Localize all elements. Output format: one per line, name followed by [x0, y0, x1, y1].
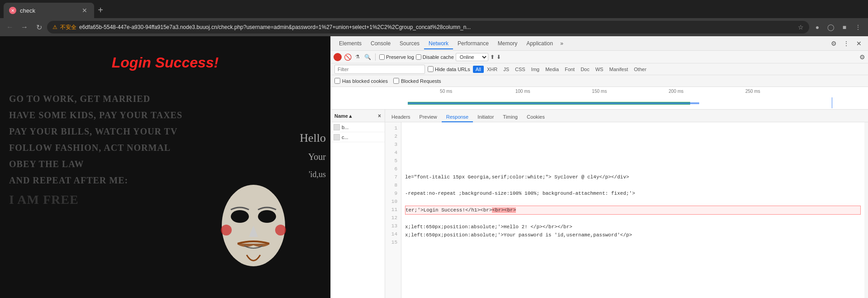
- filter-button[interactable]: ⚗: [353, 53, 362, 61]
- tab-memory[interactable]: Memory: [493, 38, 522, 49]
- extensions-icon[interactable]: ●: [811, 21, 824, 34]
- extensions2-icon[interactable]: ■: [838, 21, 851, 34]
- insecure-label: 不安全: [60, 24, 76, 31]
- filter-css[interactable]: CSS: [512, 66, 528, 73]
- devtools-panel: Elements Console Sources Network Perform…: [330, 36, 868, 298]
- filter-doc[interactable]: Doc: [578, 66, 592, 73]
- login-success-text: Login Success!: [0, 54, 330, 71]
- tab-application[interactable]: Application: [522, 38, 558, 49]
- profile-icon[interactable]: ◯: [825, 21, 837, 34]
- tab-close-button[interactable]: ✕: [81, 6, 89, 14]
- line-num-3: 3: [389, 140, 397, 149]
- import-har-icon[interactable]: ⚙: [859, 53, 865, 61]
- filter-xhr[interactable]: XHR: [484, 66, 500, 73]
- code-line-7: le="font-italic 15px Georgia,serif;color…: [405, 173, 861, 181]
- line-num-6: 6: [389, 165, 397, 173]
- network-item-c[interactable]: c...: [331, 132, 385, 142]
- timeline-marker: [832, 97, 832, 108]
- timeline-label-250: 250 ms: [715, 89, 791, 94]
- line-num-2: 2: [389, 132, 397, 140]
- preserve-log-checkbox[interactable]: Preserve log: [379, 54, 414, 60]
- network-list: Name▲ × b... c...: [331, 110, 385, 298]
- filter-types: All XHR JS CSS Img Media Font Doc WS Man…: [473, 66, 649, 73]
- clear-button[interactable]: 🚫: [343, 53, 352, 61]
- tab-elements[interactable]: Elements: [334, 38, 366, 49]
- upload-icon[interactable]: ⬆: [490, 54, 495, 60]
- forward-button[interactable]: →: [18, 21, 31, 34]
- code-line-10: [405, 197, 861, 206]
- tab-more[interactable]: »: [558, 38, 566, 48]
- devtools-vertical-dots[interactable]: ⋮: [841, 38, 852, 49]
- address-bar: ← → ↻ ⚠ 不安全 e6dfa65b-5548-447e-a930-94ff…: [0, 18, 868, 36]
- devtools-close-icon[interactable]: ✕: [854, 38, 864, 49]
- close-request-x[interactable]: ×: [378, 113, 381, 119]
- new-tab-button[interactable]: +: [94, 4, 107, 16]
- blocked-requests-checkbox[interactable]: Blocked Requests: [393, 78, 441, 84]
- disable-cache-checkbox[interactable]: Disable cache: [416, 54, 454, 60]
- timeline-label-200: 200 ms: [638, 89, 714, 94]
- tab-sources[interactable]: Sources: [395, 38, 424, 49]
- code-content: le="font-italic 15px Georgia,serif;color…: [401, 122, 864, 298]
- throttle-select[interactable]: Online Fast 3G Slow 3G Offline: [456, 53, 488, 61]
- filter-all[interactable]: All: [473, 66, 484, 73]
- network-item-icon-c: [334, 134, 340, 140]
- detail-tab-timing[interactable]: Timing: [498, 112, 522, 122]
- your-text: Your: [308, 152, 326, 162]
- code-line-8: [405, 181, 861, 189]
- response-content: 1 2 3 4 5 6 7 8 9 10 11 12 13: [385, 122, 868, 298]
- line-numbers: 1 2 3 4 5 6 7 8 9 10 11 12 13: [385, 122, 401, 298]
- hide-data-urls-checkbox[interactable]: Hide data URLs: [428, 66, 470, 72]
- bookmark-icon[interactable]: ☆: [798, 24, 804, 31]
- tab-performance[interactable]: Performance: [453, 38, 493, 49]
- code-line-15: [405, 239, 861, 247]
- has-blocked-cookies-checkbox[interactable]: Has blocked cookies: [334, 78, 388, 84]
- filter-img[interactable]: Img: [529, 66, 542, 73]
- filter-other[interactable]: Other: [631, 66, 649, 73]
- tab-console[interactable]: Console: [366, 38, 395, 49]
- network-item-c-label: c...: [342, 135, 348, 140]
- code-line-14: x;left:650px;position:absolute;'>Your pa…: [405, 231, 861, 239]
- line-num-8: 8: [389, 181, 397, 189]
- detail-tab-initiator[interactable]: Initiator: [473, 112, 498, 122]
- svg-point-2: [258, 210, 276, 223]
- back-button[interactable]: ←: [4, 21, 16, 34]
- login-success-container: Login Success!: [0, 54, 330, 80]
- tab-network[interactable]: Network: [424, 38, 453, 49]
- filter-input[interactable]: [334, 65, 425, 74]
- network-item-b[interactable]: b...: [331, 122, 385, 132]
- devtools-right-icons: ⚙ ⋮ ✕: [828, 38, 864, 49]
- detail-tab-headers[interactable]: Headers: [387, 112, 415, 122]
- search-button[interactable]: 🔍: [363, 53, 372, 61]
- filter-ws[interactable]: WS: [592, 66, 606, 73]
- filter-media[interactable]: Media: [543, 66, 562, 73]
- network-pane: Name▲ × b... c... Hea: [331, 110, 868, 298]
- insecure-icon: ⚠: [52, 24, 57, 30]
- line-num-10: 10: [389, 197, 397, 206]
- vertical-scrollbar[interactable]: [864, 122, 868, 298]
- mask-image: [213, 167, 294, 298]
- record-button[interactable]: [334, 53, 342, 61]
- filter-font[interactable]: Font: [562, 66, 577, 73]
- download-icon[interactable]: ⬇: [496, 54, 501, 60]
- network-list-header: Name▲ ×: [331, 110, 385, 122]
- detail-tab-response[interactable]: Response: [442, 112, 473, 122]
- line-num-5: 5: [389, 157, 397, 165]
- main-area: Login Success! GO TO WORK, GET MARRIED H…: [0, 36, 868, 298]
- url-bar[interactable]: ⚠ 不安全 e6dfa65b-5548-447e-a930-94ffa915e7…: [47, 21, 809, 34]
- timeline-labels: 50 ms 100 ms 150 ms 200 ms 250 ms: [331, 87, 868, 94]
- line-num-4: 4: [389, 149, 397, 157]
- timeline-label-150: 150 ms: [561, 89, 638, 94]
- code-line-9: -repeat:no-repeat ;background-size:100% …: [405, 189, 861, 197]
- devtools-settings-icon[interactable]: ⚙: [828, 38, 839, 49]
- menu-icon[interactable]: ⋮: [852, 21, 864, 34]
- reload-button[interactable]: ↻: [33, 21, 45, 34]
- line-num-12: 12: [389, 214, 397, 222]
- code-line-5: [405, 157, 861, 165]
- active-tab[interactable]: ✕ check ✕: [4, 3, 94, 18]
- detail-tab-preview[interactable]: Preview: [415, 112, 442, 122]
- filter-js[interactable]: JS: [501, 66, 512, 73]
- detail-tab-cookies[interactable]: Cookies: [522, 112, 549, 122]
- toolbar-icons: ● ◯ ■ ⋮: [811, 21, 864, 34]
- hello-text: Hello: [300, 131, 326, 145]
- filter-manifest[interactable]: Manifest: [606, 66, 631, 73]
